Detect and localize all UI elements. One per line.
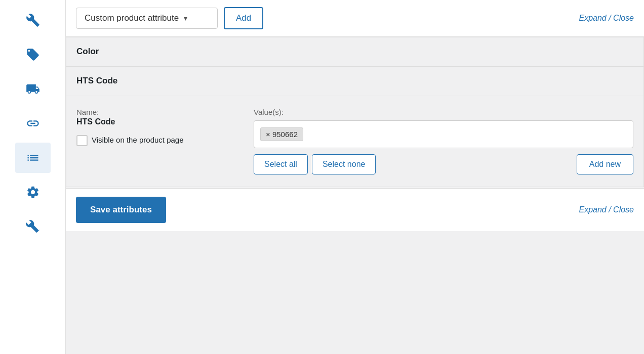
attribute-selector-label: Custom product attribute bbox=[85, 13, 179, 23]
select-all-button[interactable]: Select all bbox=[254, 154, 308, 174]
value-tag-text: × 950662 bbox=[266, 130, 298, 139]
sidebar-item-truck[interactable] bbox=[15, 74, 51, 104]
sidebar-item-tags[interactable] bbox=[15, 39, 51, 70]
visible-checkbox-row: Visible on the product page bbox=[76, 135, 238, 146]
add-new-button[interactable]: Add new bbox=[577, 154, 633, 174]
value-tag: × 950662 bbox=[260, 127, 303, 141]
color-section-header: Color bbox=[66, 37, 643, 66]
value-input-area[interactable]: × 950662 bbox=[254, 120, 633, 148]
values-label: Value(s): bbox=[254, 108, 633, 116]
chevron-down-icon: ▾ bbox=[184, 14, 187, 22]
select-none-button[interactable]: Select none bbox=[312, 154, 376, 174]
hts-left-panel: Name: HTS Code Visible on the product pa… bbox=[76, 108, 238, 174]
top-bar-left: Custom product attribute ▾ Add bbox=[76, 7, 263, 29]
bottom-bar: Save attributes Expand / Close bbox=[66, 188, 644, 231]
attribute-selector[interactable]: Custom product attribute ▾ bbox=[76, 8, 218, 29]
hts-section: HTS Code Name: HTS Code Visible on the p… bbox=[66, 66, 644, 187]
hts-section-body: Name: HTS Code Visible on the product pa… bbox=[66, 96, 643, 187]
sidebar-item-wrench[interactable] bbox=[15, 5, 51, 35]
sidebar-item-link[interactable] bbox=[15, 108, 51, 139]
action-buttons: Select all Select none Add new bbox=[254, 154, 633, 174]
color-section: Color bbox=[66, 37, 644, 66]
sidebar-item-tools[interactable] bbox=[15, 211, 51, 242]
name-field-label: Name: bbox=[76, 108, 238, 116]
save-attributes-button[interactable]: Save attributes bbox=[76, 197, 166, 223]
visible-checkbox[interactable] bbox=[76, 135, 88, 146]
add-button[interactable]: Add bbox=[224, 7, 263, 29]
hts-section-header: HTS Code bbox=[66, 67, 643, 96]
top-bar: Custom product attribute ▾ Add Expand / … bbox=[66, 0, 644, 37]
footer-expand-close-link[interactable]: Expand / Close bbox=[579, 205, 634, 214]
hts-right-panel: Value(s): × 950662 Select all Select non… bbox=[254, 108, 633, 174]
sidebar bbox=[0, 0, 66, 354]
main-content: Custom product attribute ▾ Add Expand / … bbox=[66, 0, 644, 354]
visible-checkbox-label: Visible on the product page bbox=[92, 135, 184, 145]
expand-close-link[interactable]: Expand / Close bbox=[579, 14, 634, 23]
sidebar-item-gear[interactable] bbox=[15, 177, 51, 207]
name-field-value: HTS Code bbox=[76, 117, 238, 126]
sidebar-item-list[interactable] bbox=[15, 143, 51, 173]
